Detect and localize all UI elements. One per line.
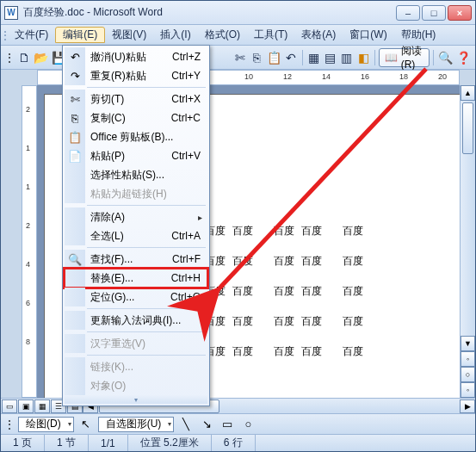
text-word[interactable]: 百度: [343, 254, 363, 269]
text-word[interactable]: 百度: [232, 254, 253, 269]
drawing-icon[interactable]: ◧: [356, 48, 371, 67]
scroll-up-icon[interactable]: ▲: [461, 85, 475, 101]
text-word[interactable]: 百度: [301, 224, 322, 238]
maximize-button[interactable]: □: [422, 5, 446, 21]
new-doc-icon[interactable]: 🗋: [16, 48, 31, 67]
menu-item[interactable]: 清除(A)▸: [65, 207, 207, 226]
scroll-down-icon[interactable]: ▼: [461, 336, 475, 351]
book-icon: 📖: [385, 52, 398, 64]
menu-item[interactable]: 全选(L)Ctrl+A: [65, 226, 207, 245]
close-button[interactable]: ×: [448, 5, 472, 21]
paste-icon[interactable]: 📋: [266, 48, 282, 67]
open-icon[interactable]: 📂: [33, 48, 49, 67]
menu-item[interactable]: 📄粘贴(P)Ctrl+V: [65, 146, 207, 165]
cut-icon[interactable]: ✄: [232, 48, 247, 67]
menu-item[interactable]: ↶撤消(U)粘贴Ctrl+Z: [65, 47, 207, 66]
next-page-icon[interactable]: ◦: [461, 382, 475, 398]
menu-item[interactable]: ↷重复(R)粘贴Ctrl+Y: [65, 66, 207, 85]
minimize-button[interactable]: –: [396, 5, 420, 21]
select-objects-icon[interactable]: ↖: [77, 416, 95, 433]
draw-label: 绘图(D): [26, 417, 61, 431]
text-word[interactable]: 百度: [232, 344, 253, 359]
ruler-tick: 1: [26, 144, 30, 152]
text-word[interactable]: 百度: [274, 284, 294, 299]
print-view-icon[interactable]: ▦: [34, 399, 50, 413]
status-page: 1 页: [1, 435, 45, 451]
menu-item[interactable]: 定位(G)...Ctrl+G: [65, 288, 207, 306]
text-word[interactable]: 百度: [343, 344, 363, 359]
text-word[interactable]: 百度: [274, 344, 294, 359]
menu-item[interactable]: 插入(I): [153, 25, 197, 45]
scroll-right-icon[interactable]: ▶: [460, 399, 475, 413]
toolbar-separator: [302, 50, 303, 65]
menu-item[interactable]: 替换(E)...Ctrl+H: [65, 269, 207, 288]
tables-icon[interactable]: ▦: [306, 48, 321, 67]
toolbar-grip-icon[interactable]: ⋮: [4, 52, 15, 64]
prev-page-icon[interactable]: ◦: [461, 351, 475, 367]
oval-tool-icon[interactable]: ○: [239, 416, 257, 433]
text-word[interactable]: 百度: [274, 254, 294, 269]
normal-view-icon[interactable]: ▭: [2, 399, 17, 413]
menu-item[interactable]: 编辑(E): [55, 27, 105, 43]
menu-item-label: 查找(F)...: [85, 252, 172, 267]
menu-item[interactable]: 视图(V): [105, 25, 153, 45]
text-word[interactable]: 百度: [274, 224, 294, 238]
web-view-icon[interactable]: ▣: [18, 399, 34, 413]
menu-item[interactable]: 🔍查找(F)...Ctrl+F: [65, 250, 207, 269]
menu-item[interactable]: 工具(T): [247, 25, 294, 45]
text-word[interactable]: 百度: [274, 314, 294, 329]
text-word[interactable]: 百度: [232, 314, 253, 329]
menu-item[interactable]: 更新输入法词典(I)...: [65, 311, 207, 330]
menu-item-shortcut: Ctrl+Z: [172, 51, 207, 63]
chevron-down-icon: ▾: [168, 420, 171, 428]
menu-item[interactable]: 选择性粘贴(S)...: [65, 165, 207, 184]
autoshapes-label: 自选图形(U): [106, 417, 162, 431]
menu-item[interactable]: 📋Office 剪贴板(B)...: [65, 127, 207, 146]
grid-icon[interactable]: ▤: [323, 48, 337, 67]
expand-menu-icon[interactable]: ▾: [65, 395, 207, 404]
help-icon[interactable]: ❓: [455, 48, 472, 67]
columns-icon[interactable]: ▥: [339, 48, 354, 67]
menu-item[interactable]: ⎘复制(C)Ctrl+C: [65, 108, 207, 127]
menu-item[interactable]: 帮助(H): [394, 25, 443, 45]
line-tool-icon[interactable]: ╲: [177, 416, 195, 433]
menu-item-icon: [65, 334, 85, 353]
menu-item[interactable]: ✄剪切(T)Ctrl+X: [65, 90, 207, 108]
arrow-tool-icon[interactable]: ↘: [198, 416, 215, 433]
ruler-tick: 12: [283, 72, 292, 81]
menu-item[interactable]: 文件(F): [8, 25, 55, 45]
text-word[interactable]: 百度: [301, 314, 322, 329]
status-line: 6 行: [212, 435, 256, 451]
menu-item[interactable]: 窗口(W): [343, 25, 393, 45]
menu-item-icon: [65, 184, 85, 203]
ruler-tick: 4: [26, 260, 30, 269]
text-word[interactable]: 百度: [301, 254, 322, 269]
autoshapes-menu-button[interactable]: 自选图形(U) ▾: [98, 417, 175, 432]
undo-icon[interactable]: ↶: [284, 48, 299, 67]
text-word[interactable]: 百度: [343, 284, 363, 299]
text-word[interactable]: 百度: [232, 224, 253, 238]
text-word[interactable]: 百度: [343, 224, 363, 238]
drawing-grip-icon[interactable]: ⋮: [4, 418, 15, 430]
draw-menu-button[interactable]: 绘图(D) ▾: [18, 417, 74, 432]
text-word[interactable]: 百度: [232, 284, 253, 299]
menu-item-icon: [65, 376, 85, 395]
rectangle-tool-icon[interactable]: ▭: [219, 416, 236, 433]
read-mode-button[interactable]: 📖 阅读(R): [379, 48, 430, 67]
scroll-thumb[interactable]: [462, 102, 473, 154]
copy-icon[interactable]: ⎘: [249, 48, 263, 67]
text-word[interactable]: 百度: [301, 284, 322, 299]
vertical-ruler[interactable]: 2112468: [22, 85, 37, 398]
status-section: 1 节: [45, 435, 89, 451]
menu-item[interactable]: 表格(A): [294, 25, 343, 45]
text-word[interactable]: 百度: [301, 344, 322, 359]
text-word[interactable]: 百度: [343, 314, 363, 329]
zoom-icon[interactable]: 🔍: [437, 48, 454, 67]
browse-object-icon[interactable]: ○: [461, 367, 475, 382]
menu-item-label: 复制(C): [85, 111, 171, 126]
menu-item-label: 替换(E)...: [85, 271, 171, 286]
menu-item[interactable]: 格式(O): [198, 25, 247, 45]
vertical-scrollbar[interactable]: ▲ ▼ ◦ ○ ◦: [460, 85, 475, 398]
menu-item-icon: 📋: [65, 127, 85, 146]
menu-item-icon: [65, 207, 85, 226]
